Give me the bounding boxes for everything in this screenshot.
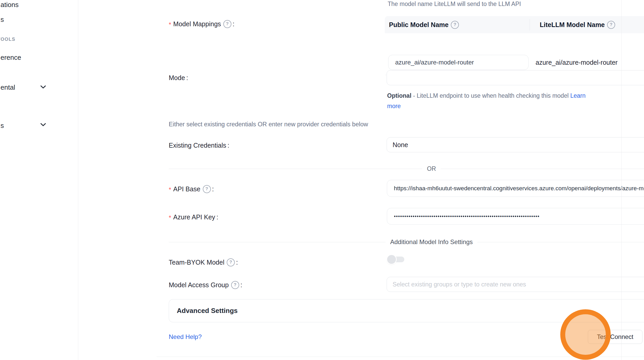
table-row: azure_ai/azure-model-router: [385, 33, 644, 74]
sidebar-item-label: ental: [1, 83, 15, 91]
toggle-knob: [387, 255, 396, 264]
advanced-settings-title: Advanced Settings: [177, 307, 238, 315]
chevron-down-icon: [40, 123, 46, 128]
help-icon[interactable]: ?: [451, 21, 459, 29]
model-mappings-label: * Model Mappings ? :: [169, 20, 235, 28]
sidebar-item-label: s: [1, 122, 4, 130]
add-model-page: ations s TOOLS erence ental s The model …: [0, 0, 644, 360]
sidebar-item-experimental[interactable]: ental: [1, 83, 15, 91]
column-divider: [530, 19, 530, 30]
column-header-litellm-model-name: LiteLLM Model Name ?: [534, 21, 615, 29]
model-access-group-placeholder: Select existing groups or type to create…: [393, 281, 526, 288]
add-model-form: The model name LiteLLM will send to the …: [78, 0, 621, 360]
required-asterisk: *: [169, 213, 171, 221]
sidebar-item-label: s: [1, 16, 4, 24]
litellm-model-name-value: azure_ai/azure-model-router: [536, 59, 617, 66]
column-header-public-model-name: Public Model Name ?: [385, 21, 534, 29]
help-icon[interactable]: ?: [607, 21, 615, 29]
chevron-down-icon: [40, 85, 46, 90]
sidebar-item-reference[interactable]: erence: [1, 54, 21, 62]
existing-credentials-label: Existing Credentials :: [169, 141, 229, 149]
api-base-label: * API Base ? :: [169, 185, 214, 193]
sidebar: ations s TOOLS erence ental s: [0, 0, 78, 360]
team-byok-label: Team-BYOK Model ? :: [169, 258, 238, 266]
panel-right-border: [621, 0, 622, 360]
model-mappings-table: Public Model Name ? LiteLLM Model Name ?…: [385, 16, 644, 74]
azure-api-key-label: * Azure API Key :: [169, 213, 218, 221]
existing-credentials-select[interactable]: None: [387, 137, 644, 152]
mode-select[interactable]: [387, 70, 644, 85]
sidebar-item-settings[interactable]: s: [1, 122, 4, 130]
additional-settings-divider: Additional Model Info Settings: [169, 238, 644, 246]
masked-api-key: ••••••••••••••••••••••••••••••••••••••••…: [394, 213, 552, 219]
existing-credentials-value: None: [393, 141, 408, 149]
mode-help-text: Optional - LiteLLM endpoint to use when …: [387, 90, 596, 111]
model-access-group-select[interactable]: Select existing groups or type to create…: [387, 277, 644, 292]
sidebar-item-organizations[interactable]: ations: [1, 1, 18, 9]
help-icon[interactable]: ?: [223, 20, 231, 28]
api-base-input[interactable]: https://ishaa-mh6uutut-swedencentral.cog…: [387, 180, 644, 197]
required-asterisk: *: [169, 20, 171, 28]
api-base-value: https://ishaa-mh6uutut-swedencentral.cog…: [394, 185, 644, 192]
help-icon[interactable]: ?: [227, 258, 235, 266]
panel-bottom-border: [157, 357, 644, 357]
azure-api-key-input[interactable]: ••••••••••••••••••••••••••••••••••••••••…: [387, 208, 644, 225]
litellm-model-name-hint: The model name LiteLLM will send to the …: [388, 1, 521, 8]
test-connect-button[interactable]: Test Connect: [588, 330, 642, 344]
sidebar-section-label: TOOLS: [0, 37, 15, 42]
or-divider: OR: [169, 165, 644, 173]
credentials-note: Either select existing credentials OR en…: [169, 121, 368, 128]
model-access-group-label: Model Access Group ? :: [169, 281, 242, 289]
need-help-link[interactable]: Need Help?: [169, 333, 202, 341]
required-asterisk: *: [169, 185, 171, 193]
sidebar-section-tools: TOOLS: [0, 37, 15, 42]
sidebar-item-label: ations: [1, 1, 18, 9]
sidebar-item-label: erence: [1, 54, 21, 62]
advanced-settings-panel[interactable]: Advanced Settings: [169, 299, 644, 322]
help-icon[interactable]: ?: [203, 185, 211, 193]
help-icon[interactable]: ?: [231, 281, 239, 289]
model-mappings-table-header: Public Model Name ? LiteLLM Model Name ?: [385, 16, 644, 33]
sidebar-item-guardrails[interactable]: s: [1, 16, 4, 24]
public-model-name-input[interactable]: [388, 55, 529, 70]
team-byok-toggle[interactable]: [387, 255, 405, 264]
mode-label: Mode :: [169, 74, 188, 82]
